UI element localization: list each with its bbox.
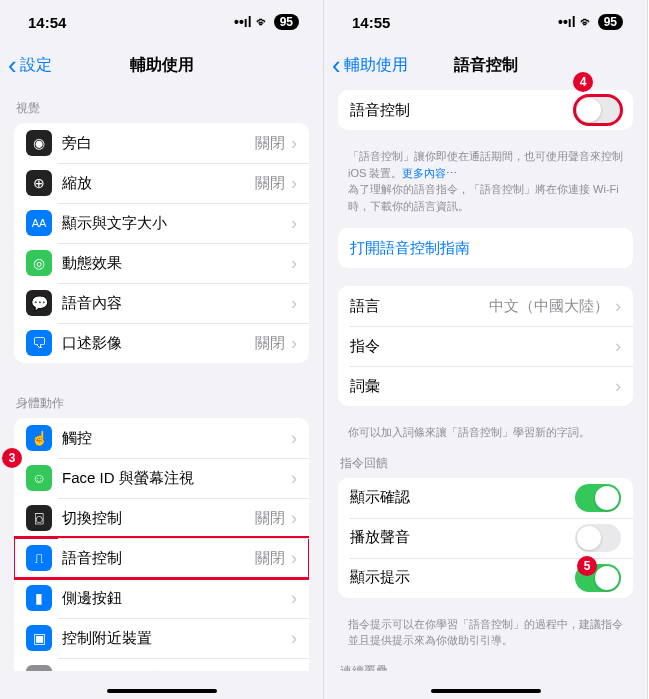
row-textsize[interactable]: AA 顯示與文字大小 › — [14, 203, 309, 243]
row-show-confirm[interactable]: 顯示確認 — [338, 478, 633, 518]
page-title: 語音控制 — [454, 55, 518, 76]
row-touch[interactable]: ☝ 觸控 › — [14, 418, 309, 458]
wifi-icon: ᯤ — [580, 14, 594, 30]
footnote-vocab: 你可以加入詞條來讓「語音控制」學習新的字詞。 — [324, 424, 647, 455]
row-switch[interactable]: ⌼ 切換控制 關閉 › — [14, 498, 309, 538]
chevron-right-icon: › — [291, 628, 297, 649]
group-lang: 語言 中文（中國大陸） › 指令 › 詞彙 › — [338, 286, 633, 406]
apple-tv-icon: ▭ — [26, 665, 52, 671]
status-time: 14:55 — [352, 14, 390, 31]
show-confirm-toggle[interactable] — [575, 484, 621, 512]
row-side-button[interactable]: ▮ 側邊按鈕 › — [14, 578, 309, 618]
row-commands[interactable]: 指令 › — [338, 326, 633, 366]
chevron-right-icon: › — [291, 213, 297, 234]
section-overlay: 連續覆疊 — [324, 663, 647, 672]
group-guide: 打開語音控制指南 — [338, 228, 633, 268]
row-faceid[interactable]: ☺ Face ID 與螢幕注視 › — [14, 458, 309, 498]
motion-icon: ◎ — [26, 250, 52, 276]
status-time: 14:54 — [28, 14, 66, 31]
chevron-right-icon: › — [291, 668, 297, 672]
more-link[interactable]: 更多內容⋯ — [402, 167, 457, 179]
side-button-icon: ▮ — [26, 585, 52, 611]
voice-control-icon: ⎍ — [26, 545, 52, 571]
callout-4: 4 — [573, 72, 593, 92]
phone-accessibility: 14:54 ••ıl ᯤ 95 設定 輔助使用 視覺 ◉ 旁白 關閉 › ⊕ 縮… — [0, 0, 324, 699]
group-vision: ◉ 旁白 關閉 › ⊕ 縮放 關閉 › AA 顯示與文字大小 › ◎ 動態效果 … — [14, 123, 309, 363]
group-feedback: 顯示確認 播放聲音 顯示提示 — [338, 478, 633, 598]
row-voice-control[interactable]: ⎍ 語音控制 關閉 › — [14, 538, 309, 578]
chevron-right-icon: › — [615, 296, 621, 317]
spoken-icon: 💬 — [26, 290, 52, 316]
page-title: 輔助使用 — [130, 55, 194, 76]
chevron-right-icon: › — [291, 133, 297, 154]
callout-5: 5 — [577, 556, 597, 576]
phone-voice-control: 14:55 ••ıl ᯤ 95 輔助使用 語音控制 語音控制 「語音控制」讓你即… — [324, 0, 648, 699]
chevron-right-icon: › — [291, 173, 297, 194]
row-voiceover[interactable]: ◉ 旁白 關閉 › — [14, 123, 309, 163]
group-motor: ☝ 觸控 › ☺ Face ID 與螢幕注視 › ⌼ 切換控制 關閉 › ⎍ 語… — [14, 418, 309, 671]
chevron-right-icon: › — [291, 588, 297, 609]
back-button[interactable]: 設定 — [8, 55, 52, 76]
section-feedback: 指令回饋 — [324, 455, 647, 478]
chevron-right-icon: › — [291, 468, 297, 489]
chevron-right-icon: › — [291, 548, 297, 569]
battery-icon: 95 — [274, 14, 299, 30]
row-motion[interactable]: ◎ 動態效果 › — [14, 243, 309, 283]
voiceover-icon: ◉ — [26, 130, 52, 156]
row-audio-desc[interactable]: 🗨 口述影像 關閉 › — [14, 323, 309, 363]
status-right: ••ıl ᯤ 95 — [558, 14, 623, 30]
row-apple-tv[interactable]: ▭ Apple TV 遙控器 › — [14, 658, 309, 671]
touch-icon: ☝ — [26, 425, 52, 451]
chevron-right-icon: › — [291, 293, 297, 314]
scroll-content[interactable]: 語音控制 「語音控制」讓你即使在通話期間，也可使用聲音來控制 iOS 裝置。更多… — [324, 86, 647, 671]
wifi-icon: ᯤ — [256, 14, 270, 30]
audio-desc-icon: 🗨 — [26, 330, 52, 356]
nav-bar: 輔助使用 語音控制 — [324, 44, 647, 86]
footnote-1: 「語音控制」讓你即使在通話期間，也可使用聲音來控制 iOS 裝置。更多內容⋯ 為… — [324, 148, 647, 228]
voice-control-toggle[interactable] — [575, 96, 621, 124]
signal-icon: ••ıl — [234, 14, 252, 30]
faceid-icon: ☺ — [26, 465, 52, 491]
textsize-icon: AA — [26, 210, 52, 236]
group-main-toggle: 語音控制 — [338, 90, 633, 130]
home-indicator[interactable] — [431, 689, 541, 693]
section-motor: 身體動作 — [0, 381, 323, 418]
home-indicator[interactable] — [107, 689, 217, 693]
row-nearby[interactable]: ▣ 控制附近裝置 › — [14, 618, 309, 658]
scroll-content[interactable]: 視覺 ◉ 旁白 關閉 › ⊕ 縮放 關閉 › AA 顯示與文字大小 › ◎ 動態… — [0, 86, 323, 671]
row-voice-control-toggle[interactable]: 語音控制 — [338, 90, 633, 130]
nearby-icon: ▣ — [26, 625, 52, 651]
row-language[interactable]: 語言 中文（中國大陸） › — [338, 286, 633, 326]
chevron-right-icon: › — [291, 253, 297, 274]
row-zoom[interactable]: ⊕ 縮放 關閉 › — [14, 163, 309, 203]
footnote-hints: 指令提示可以在你學習「語音控制」的過程中，建議指令並且提供提示來為你做助引引導。 — [324, 616, 647, 663]
chevron-right-icon: › — [291, 508, 297, 529]
back-button[interactable]: 輔助使用 — [332, 55, 408, 76]
status-bar: 14:54 ••ıl ᯤ 95 — [0, 0, 323, 44]
chevron-right-icon: › — [615, 336, 621, 357]
row-spoken[interactable]: 💬 語音內容 › — [14, 283, 309, 323]
signal-icon: ••ıl — [558, 14, 576, 30]
status-right: ••ıl ᯤ 95 — [234, 14, 299, 30]
row-open-guide[interactable]: 打開語音控制指南 — [338, 228, 633, 268]
row-vocab[interactable]: 詞彙 › — [338, 366, 633, 406]
battery-icon: 95 — [598, 14, 623, 30]
chevron-right-icon: › — [291, 428, 297, 449]
chevron-right-icon: › — [291, 333, 297, 354]
zoom-icon: ⊕ — [26, 170, 52, 196]
play-sound-toggle[interactable] — [575, 524, 621, 552]
status-bar: 14:55 ••ıl ᯤ 95 — [324, 0, 647, 44]
row-play-sound[interactable]: 播放聲音 — [338, 518, 633, 558]
section-vision: 視覺 — [0, 86, 323, 123]
switch-icon: ⌼ — [26, 505, 52, 531]
nav-bar: 設定 輔助使用 — [0, 44, 323, 86]
callout-3: 3 — [2, 448, 22, 468]
chevron-right-icon: › — [615, 376, 621, 397]
